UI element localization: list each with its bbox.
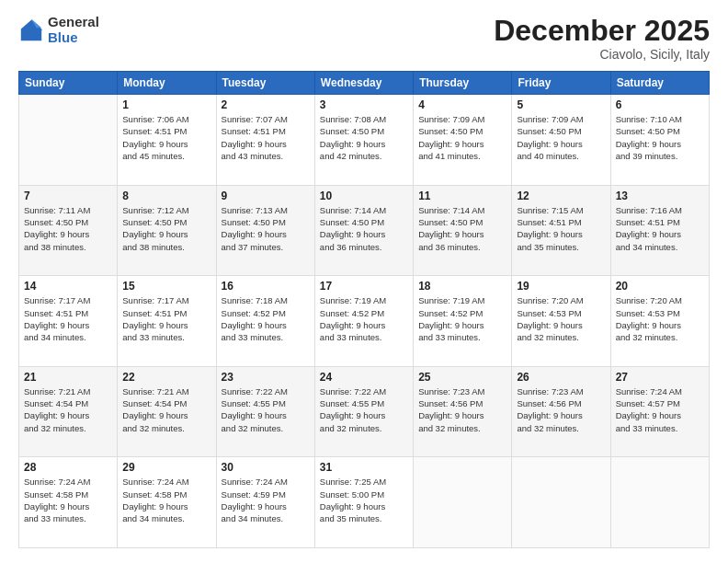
weekday-header-monday: Monday	[118, 72, 216, 95]
day-number: 5	[517, 98, 605, 111]
day-info: Sunrise: 7:12 AMSunset: 4:50 PMDaylight:…	[122, 204, 210, 253]
day-number: 7	[24, 190, 112, 202]
logo: General Blue	[18, 15, 99, 45]
weekday-header-friday: Friday	[512, 72, 610, 95]
day-number: 13	[616, 190, 704, 202]
day-info: Sunrise: 7:23 AMSunset: 4:56 PMDaylight:…	[517, 385, 605, 434]
day-info: Sunrise: 7:23 AMSunset: 4:56 PMDaylight:…	[418, 385, 506, 434]
logo-icon	[18, 17, 44, 43]
day-info: Sunrise: 7:11 AMSunset: 4:50 PMDaylight:…	[24, 204, 112, 253]
day-info: Sunrise: 7:21 AMSunset: 4:54 PMDaylight:…	[122, 385, 210, 434]
calendar-cell: 19Sunrise: 7:20 AMSunset: 4:53 PMDayligh…	[512, 276, 610, 367]
day-number: 29	[122, 461, 210, 474]
logo-text: General Blue	[48, 15, 99, 45]
day-info: Sunrise: 7:14 AMSunset: 4:50 PMDaylight:…	[320, 204, 408, 253]
location-title: Ciavolo, Sicily, Italy	[494, 47, 710, 62]
day-info: Sunrise: 7:25 AMSunset: 5:00 PMDaylight:…	[320, 476, 408, 524]
calendar-cell: 27Sunrise: 7:24 AMSunset: 4:57 PMDayligh…	[610, 366, 709, 457]
calendar-cell	[19, 95, 118, 186]
day-number: 24	[320, 371, 408, 384]
calendar-cell: 6Sunrise: 7:10 AMSunset: 4:50 PMDaylight…	[610, 95, 709, 186]
month-title: December 2025	[494, 15, 710, 47]
day-number: 20	[616, 280, 704, 293]
day-info: Sunrise: 7:24 AMSunset: 4:59 PMDaylight:…	[222, 476, 310, 524]
calendar-cell: 20Sunrise: 7:20 AMSunset: 4:53 PMDayligh…	[610, 276, 709, 367]
calendar-cell: 8Sunrise: 7:12 AMSunset: 4:50 PMDaylight…	[118, 185, 216, 276]
calendar-cell: 7Sunrise: 7:11 AMSunset: 4:50 PMDaylight…	[19, 185, 118, 276]
day-info: Sunrise: 7:20 AMSunset: 4:53 PMDaylight:…	[517, 294, 605, 343]
day-info: Sunrise: 7:14 AMSunset: 4:50 PMDaylight:…	[418, 204, 506, 253]
weekday-header-thursday: Thursday	[414, 72, 512, 95]
day-number: 15	[122, 280, 210, 293]
day-info: Sunrise: 7:06 AMSunset: 4:51 PMDaylight:…	[122, 113, 210, 162]
header: General Blue December 2025 Ciavolo, Sici…	[18, 15, 710, 62]
day-number: 2	[222, 98, 310, 111]
weekday-header-tuesday: Tuesday	[216, 72, 314, 95]
day-info: Sunrise: 7:20 AMSunset: 4:53 PMDaylight:…	[616, 294, 704, 343]
day-number: 28	[24, 461, 112, 474]
day-number: 22	[122, 371, 210, 384]
day-number: 14	[24, 280, 112, 293]
day-number: 6	[616, 98, 704, 111]
day-number: 31	[320, 461, 408, 474]
calendar-week-2: 14Sunrise: 7:17 AMSunset: 4:51 PMDayligh…	[19, 276, 710, 367]
calendar-cell: 18Sunrise: 7:19 AMSunset: 4:52 PMDayligh…	[414, 276, 512, 367]
calendar-cell: 5Sunrise: 7:09 AMSunset: 4:50 PMDaylight…	[512, 95, 610, 186]
logo-blue-label: Blue	[48, 30, 99, 46]
day-number: 27	[616, 371, 704, 384]
day-number: 23	[222, 371, 310, 384]
weekday-header-sunday: Sunday	[19, 72, 118, 95]
calendar-table: SundayMondayTuesdayWednesdayThursdayFrid…	[18, 71, 710, 548]
calendar-cell: 3Sunrise: 7:08 AMSunset: 4:50 PMDaylight…	[314, 95, 413, 186]
day-number: 16	[222, 280, 310, 293]
day-info: Sunrise: 7:18 AMSunset: 4:52 PMDaylight:…	[222, 294, 310, 343]
logo-general-label: General	[48, 15, 99, 30]
day-info: Sunrise: 7:19 AMSunset: 4:52 PMDaylight:…	[320, 294, 408, 343]
title-block: December 2025 Ciavolo, Sicily, Italy	[494, 15, 710, 62]
day-info: Sunrise: 7:22 AMSunset: 4:55 PMDaylight:…	[222, 385, 310, 434]
calendar-week-0: 1Sunrise: 7:06 AMSunset: 4:51 PMDaylight…	[19, 95, 710, 186]
day-info: Sunrise: 7:16 AMSunset: 4:51 PMDaylight:…	[616, 204, 704, 253]
calendar-cell	[512, 457, 610, 548]
calendar-cell: 30Sunrise: 7:24 AMSunset: 4:59 PMDayligh…	[216, 457, 314, 548]
calendar-cell: 28Sunrise: 7:24 AMSunset: 4:58 PMDayligh…	[19, 457, 118, 548]
day-info: Sunrise: 7:24 AMSunset: 4:58 PMDaylight:…	[122, 476, 210, 524]
day-info: Sunrise: 7:08 AMSunset: 4:50 PMDaylight:…	[320, 113, 408, 162]
calendar-cell: 2Sunrise: 7:07 AMSunset: 4:51 PMDaylight…	[216, 95, 314, 186]
calendar-cell: 22Sunrise: 7:21 AMSunset: 4:54 PMDayligh…	[118, 366, 216, 457]
day-info: Sunrise: 7:17 AMSunset: 4:51 PMDaylight:…	[24, 294, 112, 343]
calendar-week-1: 7Sunrise: 7:11 AMSunset: 4:50 PMDaylight…	[19, 185, 710, 276]
calendar-cell: 17Sunrise: 7:19 AMSunset: 4:52 PMDayligh…	[314, 276, 413, 367]
calendar-cell: 12Sunrise: 7:15 AMSunset: 4:51 PMDayligh…	[512, 185, 610, 276]
day-number: 3	[320, 98, 408, 111]
calendar-cell: 29Sunrise: 7:24 AMSunset: 4:58 PMDayligh…	[118, 457, 216, 548]
calendar-cell: 15Sunrise: 7:17 AMSunset: 4:51 PMDayligh…	[118, 276, 216, 367]
day-number: 21	[24, 371, 112, 384]
day-number: 17	[320, 280, 408, 293]
calendar-cell: 25Sunrise: 7:23 AMSunset: 4:56 PMDayligh…	[414, 366, 512, 457]
day-number: 12	[517, 190, 605, 202]
day-info: Sunrise: 7:07 AMSunset: 4:51 PMDaylight:…	[222, 113, 310, 162]
day-number: 30	[222, 461, 310, 474]
calendar-cell: 23Sunrise: 7:22 AMSunset: 4:55 PMDayligh…	[216, 366, 314, 457]
day-number: 1	[122, 98, 210, 111]
day-number: 25	[418, 371, 506, 384]
calendar-cell	[414, 457, 512, 548]
calendar-cell: 24Sunrise: 7:22 AMSunset: 4:55 PMDayligh…	[314, 366, 413, 457]
calendar-cell: 4Sunrise: 7:09 AMSunset: 4:50 PMDaylight…	[414, 95, 512, 186]
day-info: Sunrise: 7:10 AMSunset: 4:50 PMDaylight:…	[616, 113, 704, 162]
calendar-cell: 11Sunrise: 7:14 AMSunset: 4:50 PMDayligh…	[414, 185, 512, 276]
day-info: Sunrise: 7:13 AMSunset: 4:50 PMDaylight:…	[222, 204, 310, 253]
calendar-cell: 14Sunrise: 7:17 AMSunset: 4:51 PMDayligh…	[19, 276, 118, 367]
day-info: Sunrise: 7:09 AMSunset: 4:50 PMDaylight:…	[517, 113, 605, 162]
day-info: Sunrise: 7:17 AMSunset: 4:51 PMDaylight:…	[122, 294, 210, 343]
calendar-cell: 26Sunrise: 7:23 AMSunset: 4:56 PMDayligh…	[512, 366, 610, 457]
calendar-cell: 9Sunrise: 7:13 AMSunset: 4:50 PMDaylight…	[216, 185, 314, 276]
day-number: 10	[320, 190, 408, 202]
calendar-cell: 1Sunrise: 7:06 AMSunset: 4:51 PMDaylight…	[118, 95, 216, 186]
calendar-cell: 16Sunrise: 7:18 AMSunset: 4:52 PMDayligh…	[216, 276, 314, 367]
weekday-header-wednesday: Wednesday	[314, 72, 413, 95]
weekday-header-saturday: Saturday	[610, 72, 709, 95]
day-info: Sunrise: 7:15 AMSunset: 4:51 PMDaylight:…	[517, 204, 605, 253]
weekday-header-row: SundayMondayTuesdayWednesdayThursdayFrid…	[19, 72, 710, 95]
